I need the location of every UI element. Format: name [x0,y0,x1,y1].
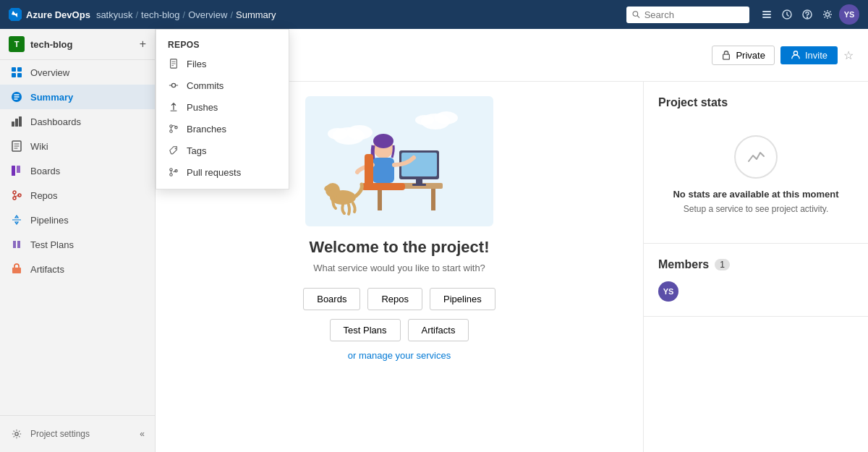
svg-point-39 [328,128,348,140]
invite-button[interactable]: Invite [780,46,838,64]
search-input[interactable] [644,9,744,20]
repos-pushes-label: Pushes [187,102,218,113]
repos-popup-tags[interactable]: Tags [156,140,289,161]
svg-rect-53 [365,154,373,187]
sidebar-item-testplans[interactable]: Test Plans [0,232,155,257]
repos-popup-branches[interactable]: Branches [156,118,289,140]
svg-rect-14 [12,121,14,127]
no-stats-text: No stats are available at this moment [673,189,838,200]
svg-point-26 [171,83,175,87]
sidebar-testplans-label: Test Plans [30,239,74,250]
service-btn-testplans[interactable]: Test Plans [330,319,401,341]
search-box[interactable] [626,7,749,23]
pipelines-icon [10,213,23,226]
sidebar-item-boards[interactable]: Boards [0,158,155,183]
svg-rect-49 [412,184,426,186]
svg-rect-12 [17,73,22,77]
stats-placeholder: No stats are available at this moment Se… [658,121,854,229]
service-btn-repos[interactable]: Repos [367,288,422,310]
repos-popup-pushes[interactable]: Pushes [156,96,289,118]
sidebar: T tech-blog + Overview Summary [0,29,156,452]
help-icon[interactable] [801,9,813,20]
project-stats-section: Project stats No stats are available at … [644,82,868,244]
dashboards-icon [10,115,23,128]
add-project-icon[interactable]: + [140,38,146,51]
artifacts-icon [10,263,23,276]
lock-icon [721,50,731,60]
collapse-icon[interactable]: « [140,429,145,439]
sidebar-summary-label: Summary [30,92,73,103]
svg-point-20 [13,191,16,194]
sidebar-overview-label: Overview [30,67,69,78]
project-icon: T [9,36,25,52]
svg-point-21 [13,197,16,200]
svg-point-28 [170,130,173,133]
repos-popup-pullrequests[interactable]: Pull requests [156,161,289,183]
svg-rect-52 [373,158,394,183]
breadcrumb-username[interactable]: satkyusk [96,9,133,20]
user-avatar[interactable]: YS [839,4,859,25]
badge-icon[interactable] [781,9,793,20]
sidebar-bottom: Project settings « [0,415,155,452]
svg-rect-54 [362,183,405,190]
svg-rect-19 [17,166,20,173]
star-icon[interactable]: ☆ [843,48,854,62]
repos-popup-commits[interactable]: Commits [156,74,289,96]
private-label: Private [736,50,765,61]
checklist-icon[interactable] [761,9,773,20]
service-btn-boards[interactable]: Boards [303,288,360,310]
settings-nav-icon [10,427,23,440]
svg-point-32 [170,174,173,176]
sidebar-item-summary[interactable]: Summary [0,85,155,109]
testplans-icon [10,238,23,251]
settings-icon[interactable] [822,9,833,20]
private-button[interactable]: Private [712,46,774,65]
svg-point-42 [415,115,434,125]
breadcrumb-project[interactable]: tech-blog [141,9,179,20]
sidebar-item-repos[interactable]: Repos [0,183,155,208]
service-btn-pipelines[interactable]: Pipelines [430,288,495,310]
boards-icon [10,164,23,177]
sidebar-settings-label: Project settings [30,429,90,439]
breadcrumb-page[interactable]: Overview [188,9,227,20]
svg-point-24 [15,432,18,435]
svg-rect-15 [15,119,18,127]
topbar: Azure DevOps satkyusk / tech-blog / Over… [0,0,868,29]
sidebar-item-pipelines[interactable]: Pipelines [0,208,155,232]
sidebar-item-artifacts[interactable]: Artifacts [0,257,155,281]
tags-icon [168,145,179,156]
svg-point-8 [826,13,830,17]
svg-rect-3 [762,14,771,15]
sidebar-item-overview[interactable]: Overview [0,60,155,85]
azure-devops-logo[interactable]: Azure DevOps [9,8,90,21]
repos-popup-title: Repos [156,35,289,53]
svg-rect-11 [12,73,16,77]
repos-pullrequests-label: Pull requests [187,167,241,178]
sidebar-repos-label: Repos [30,190,58,201]
project-header-actions: Private Invite ☆ [712,46,854,65]
sidebar-project: T tech-blog + [0,29,155,60]
repos-files-label: Files [187,59,206,69]
invite-label: Invite [805,50,827,61]
sidebar-item-settings[interactable]: Project settings « [0,422,155,446]
repos-popup-files[interactable]: Files [156,53,289,74]
sidebar-item-wiki[interactable]: Wiki [0,134,155,158]
repos-icon [10,189,23,202]
manage-services-link[interactable]: or manage your services [348,350,451,361]
sidebar-dashboards-label: Dashboards [30,116,81,127]
repos-branches-label: Branches [187,124,226,135]
service-btn-artifacts[interactable]: Artifacts [408,319,469,341]
svg-point-7 [807,17,808,18]
main-layout: T tech-blog + Overview Summary [0,29,868,452]
summary-icon [10,90,23,103]
sidebar-item-dashboards[interactable]: Dashboards [0,109,155,134]
svg-rect-45 [431,189,435,210]
repos-tags-label: Tags [187,145,206,156]
sidebar-wiki-label: Wiki [30,141,48,152]
svg-point-38 [346,125,373,140]
sidebar-nav: Overview Summary Dashboards [0,60,155,415]
svg-point-0 [633,12,638,17]
svg-rect-34 [723,54,730,59]
repos-commits-label: Commits [187,80,224,91]
svg-rect-9 [12,67,16,72]
